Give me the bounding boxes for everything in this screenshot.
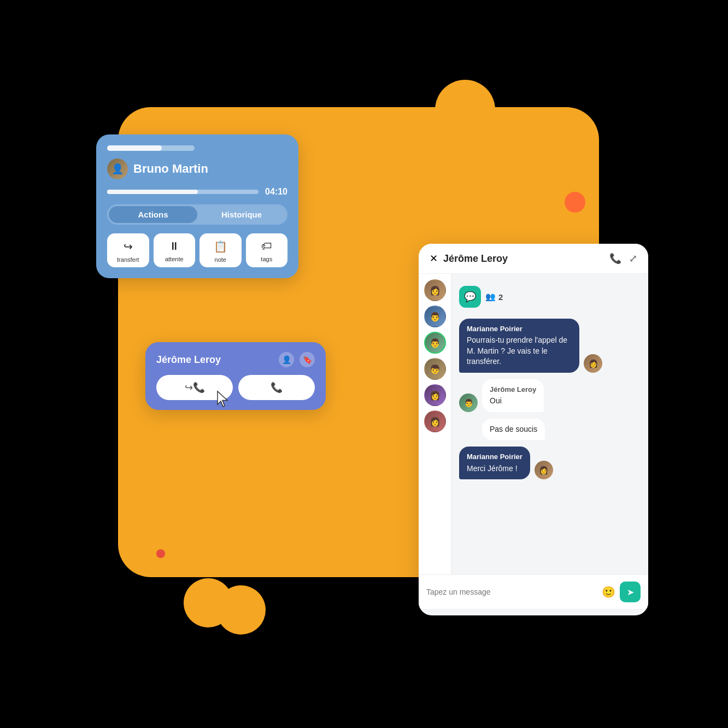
chat-avatars-sidebar: 👩 👨 👨 👦 👩 👩 [419, 274, 451, 574]
note-icon: 📋 [214, 240, 227, 253]
chat-body: 👩 👨 👨 👦 👩 👩 💬 👥 2 [419, 274, 648, 574]
contact-avatar: 👤 [107, 158, 128, 179]
call-actions-grid: ↪ transfert ⏸ attente 📋 note 🏷 tags [107, 233, 287, 267]
progress-bar-fill [107, 145, 162, 151]
msg-text-2: Oui [490, 396, 536, 407]
action-transfer[interactable]: ↪ transfert [107, 233, 149, 267]
timer-row: 04:10 [107, 187, 287, 197]
message-3: Pas de soucis [459, 419, 641, 441]
tab-history[interactable]: Historique [197, 206, 286, 223]
orange-accent-dot [565, 192, 585, 213]
transfer-widget-icons: 👤 🔖 [279, 352, 315, 367]
transfer-contact-name: Jérôme Leroy [156, 354, 221, 366]
chat-input[interactable] [426, 588, 597, 596]
tags-label: tags [261, 256, 272, 262]
progress-bar-background [107, 145, 195, 151]
action-tags[interactable]: 🏷 tags [246, 233, 288, 267]
people-icon: 👥 [485, 292, 496, 302]
direct-call-icon: 📞 [271, 381, 283, 394]
hold-icon: ⏸ [169, 240, 180, 253]
msg-avatar-4: 👩 [535, 461, 553, 479]
pink-accent-dot [156, 549, 165, 558]
chat-input-row: 🙂 ➤ [419, 574, 648, 609]
close-icon[interactable]: ✕ [430, 253, 438, 265]
message-4: Marianne Poirier Merci Jérôme ! 👩 [459, 447, 641, 479]
message-1: Marianne Poirier Pourrais-tu prendre l'a… [459, 319, 641, 373]
call-timer: 04:10 [265, 187, 287, 197]
sidebar-avatar-4[interactable]: 👦 [424, 358, 446, 380]
chat-contact-name: Jérôme Leroy [443, 253, 508, 265]
msg-sender-1: Marianne Poirier [467, 324, 572, 334]
note-label: note [215, 256, 226, 263]
sidebar-avatar-1[interactable]: 👩 [424, 279, 446, 301]
transfer-header: Jérôme Leroy 👤 🔖 [156, 352, 315, 367]
group-count: 👥 2 [485, 292, 503, 302]
msg-text-3: Pas de soucis [490, 424, 537, 435]
timer-bar-background [107, 190, 259, 194]
person-icon[interactable]: 👤 [279, 352, 294, 367]
action-note[interactable]: 📋 note [199, 233, 242, 267]
msg-avatar-1: 👩 [584, 354, 602, 373]
contact-name: Bruno Martin [133, 162, 208, 176]
action-hold[interactable]: ⏸ attente [154, 233, 196, 267]
expand-icon[interactable]: ⤢ [629, 253, 637, 265]
msg-text-4: Merci Jérôme ! [467, 463, 522, 474]
msg-sender-2: Jérôme Leroy [490, 385, 536, 395]
bubble-4: Marianne Poirier Merci Jérôme ! [459, 447, 530, 479]
sidebar-avatar-6[interactable]: 👩 [424, 410, 446, 432]
msg-avatar-2: 👨 [459, 394, 478, 412]
bubble-2: Jérôme Leroy Oui [482, 379, 544, 412]
sidebar-avatar-2[interactable]: 👨 [424, 306, 446, 327]
chat-header-icons: 📞 ⤢ [609, 253, 637, 265]
transfer-label: transfert [117, 256, 139, 263]
chat-header: ✕ Jérôme Leroy 📞 ⤢ [419, 244, 648, 274]
bubble-1: Marianne Poirier Pourrais-tu prendre l'a… [459, 319, 579, 373]
transfer-call-icon: ↪📞 [185, 381, 205, 394]
yellow-bump-top [435, 80, 495, 140]
bubble-3: Pas de soucis [482, 419, 545, 441]
transfer-call-btn[interactable]: ↪📞 [156, 375, 233, 400]
send-button[interactable]: ➤ [620, 582, 641, 602]
call-tabs: Actions Historique [107, 204, 287, 225]
call-widget: 👤 Bruno Martin 04:10 Actions Historique … [96, 134, 298, 278]
transfer-widget: Jérôme Leroy 👤 🔖 ↪📞 📞 [145, 342, 326, 410]
direct-call-btn[interactable]: 📞 [238, 375, 315, 400]
transfer-icon: ↪ [124, 240, 133, 253]
msg-sender-4: Marianne Poirier [467, 452, 522, 462]
timer-bar-fill [107, 190, 198, 194]
chat-messages: 💬 👥 2 Marianne Poirier Pourrais-tu prend… [451, 274, 648, 574]
hold-label: attente [165, 256, 184, 262]
tab-actions[interactable]: Actions [109, 206, 197, 223]
sidebar-avatar-3[interactable]: 👨 [424, 332, 446, 354]
msg-text-1: Pourrais-tu prendre l'appel de M. Martin… [467, 335, 572, 367]
transfer-buttons: ↪📞 📞 [156, 375, 315, 400]
contact-row: 👤 Bruno Martin [107, 158, 287, 179]
tags-icon: 🏷 [261, 240, 272, 253]
chat-panel: ✕ Jérôme Leroy 📞 ⤢ 👩 👨 👨 👦 👩 👩 [419, 244, 648, 615]
send-icon: ➤ [627, 587, 634, 597]
phone-icon[interactable]: 📞 [609, 253, 621, 265]
yellow-bump-bottom-right [216, 585, 266, 635]
message-2: 👨 Jérôme Leroy Oui [459, 379, 641, 412]
group-indicator: 💬 👥 2 [459, 281, 641, 312]
group-icon: 💬 [459, 286, 481, 308]
emoji-button[interactable]: 🙂 [602, 585, 615, 598]
bookmark-icon[interactable]: 🔖 [300, 352, 315, 367]
sidebar-avatar-5[interactable]: 👩 [424, 384, 446, 406]
